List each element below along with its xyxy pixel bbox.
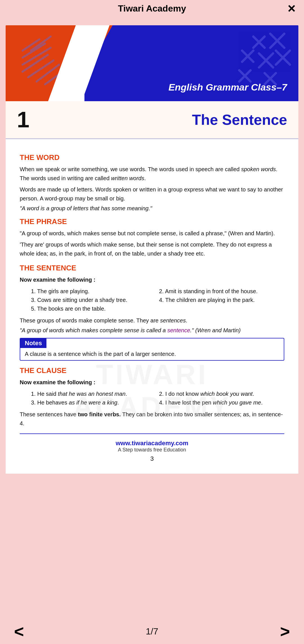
list-item: 4. The children are playing in the park. <box>156 296 284 304</box>
list-item: 4. I have lost the pen which you gave me… <box>156 398 284 407</box>
written-words-link[interactable]: written words <box>111 175 144 181</box>
list-item: 2. Amit is standing in front of the hous… <box>156 287 284 296</box>
chapter-number: 1 <box>17 107 30 133</box>
sentence-subheading: Now examine the following : <box>20 275 284 284</box>
spoken-words-link[interactable]: spoken words <box>241 166 276 172</box>
section-heading-word: THE WORD <box>20 153 284 162</box>
clause-list: 1. He said that he was an honest man. 2.… <box>28 390 284 407</box>
prev-button[interactable]: < <box>14 622 24 641</box>
svg-line-19 <box>37 65 59 82</box>
content-card: English Grammar Class–7 1 The Sentence T… <box>6 25 298 474</box>
list-item: 5. The books are on the table. <box>28 304 156 313</box>
sentence-para1: These groups of words make complete sens… <box>20 316 284 325</box>
sentence-list: 1. The girls are playing. 2. Amit is sta… <box>28 287 284 313</box>
svg-line-18 <box>28 60 53 77</box>
top-bar: Tiwari Academy × <box>0 0 304 17</box>
word-quote: "A word is a group of letters that has s… <box>20 205 284 212</box>
bottom-nav: < 1/7 > <box>0 619 304 644</box>
list-item: 2. I do not know which book you want. <box>156 390 284 398</box>
svg-line-15 <box>23 44 45 58</box>
clause-subheading: Now examine the following : <box>20 378 284 387</box>
banner-subtitle: English Grammar Class–7 <box>169 82 287 93</box>
list-item: 3. Cows are sitting under a shady tree. <box>28 296 156 304</box>
next-button[interactable]: > <box>280 622 290 641</box>
page-number: 3 <box>20 455 284 462</box>
word-para2: Words are made up of letters. Words spok… <box>20 185 284 203</box>
main-content: THE WORD When we speak or write somethin… <box>6 139 298 474</box>
notes-content: A clause is a sentence which is the part… <box>20 348 284 360</box>
phrase-para1: "A group of words, which makes sense but… <box>20 229 284 238</box>
clause-para1: These sentences have two finite verbs. T… <box>20 410 284 428</box>
footer-tagline: A Step towards free Education <box>20 447 284 453</box>
notes-box: Notes A clause is a sentence which is th… <box>20 338 284 361</box>
list-item: 3. He behaves as if he were a king. <box>28 398 156 407</box>
notes-label: Notes <box>20 338 46 348</box>
sentence-main-quote: "A group of words which makes complete s… <box>20 327 284 334</box>
word-para1: When we speak or write something, we use… <box>20 165 284 183</box>
app-title: Tiwari Academy <box>118 3 186 14</box>
finite-verbs-bold: two finite verbs. <box>78 411 121 417</box>
section-heading-sentence: THE SENTENCE <box>20 264 284 272</box>
phrase-para2: 'They are' groups of words which make se… <box>20 240 284 258</box>
close-button[interactable]: × <box>288 2 296 15</box>
list-item: 1. The girls are playing. <box>28 287 156 296</box>
section-heading-clause: THE CLAUSE <box>20 366 284 375</box>
chapter-header: 1 The Sentence <box>6 101 298 139</box>
page-footer: www.tiwariacademy.com A Step towards fre… <box>20 433 284 465</box>
banner: English Grammar Class–7 <box>6 25 298 101</box>
sentences-italic: sentences <box>160 317 186 324</box>
sentence-link[interactable]: sentence <box>167 327 190 333</box>
page-indicator: 1/7 <box>146 626 158 637</box>
footer-url: www.tiwariacademy.com <box>20 440 284 447</box>
chapter-title: The Sentence <box>192 111 287 128</box>
list-item: 1. He said that he was an honest man. <box>28 390 156 398</box>
section-heading-phrase: THE PHRASE <box>20 217 284 226</box>
